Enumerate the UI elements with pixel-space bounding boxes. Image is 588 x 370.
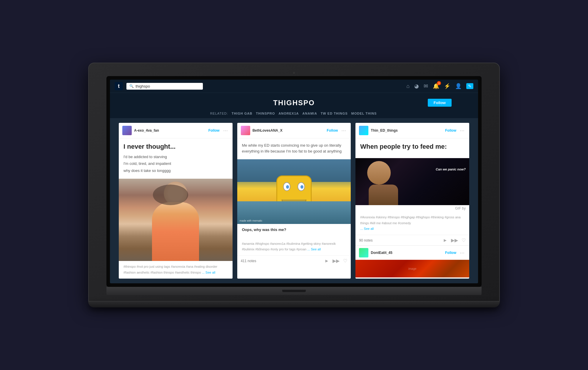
- post-body-1: I never thought... I'd be addicted to st…: [119, 138, 233, 179]
- action-icons-3: ► ▶▶ ♡: [443, 237, 466, 243]
- username-2[interactable]: BethLovesANA_X: [253, 128, 323, 133]
- like-icon-3[interactable]: ♡: [462, 237, 466, 243]
- laptop-body: t 🔍 thighspo ⌂ ◕ ✉ 🔔 3 ⚡: [88, 63, 500, 302]
- related-tag-thinspro[interactable]: THINSPRO: [256, 112, 275, 115]
- more-button-4[interactable]: ⋯: [459, 250, 466, 256]
- screen-bezel: t 🔍 thighspo ⌂ ◕ ✉ 🔔 3 ⚡: [106, 76, 482, 287]
- edit-icon[interactable]: ✎: [466, 83, 473, 89]
- post-tags-1: #thinspo #not pro just using tags #anore…: [119, 261, 233, 279]
- post-card-1: A-exo_4va_fan Follow ⋯ I never thought..…: [119, 123, 233, 279]
- follow-button-4[interactable]: Follow: [445, 251, 456, 255]
- post-card-2: BethLovesANA_X Follow ⋯ Me while my ED s…: [237, 123, 351, 279]
- post-line-2: I'm cold, tired, and impatient: [123, 161, 228, 167]
- screen: t 🔍 thighspo ⌂ ◕ ✉ 🔔 3 ⚡: [110, 80, 478, 283]
- related-tag-thigh-gab[interactable]: THIGH GAB: [232, 112, 253, 115]
- nav-icons: ⌂ ◕ ✉ 🔔 3 ⚡ 👤 ✎: [406, 83, 473, 89]
- laptop-notch: [282, 290, 306, 292]
- tag-title: THIGHSPO: [273, 99, 315, 107]
- post-subtitle-2: Oops, why was this me?: [237, 224, 351, 238]
- related-tag-anamia[interactable]: ANAMIA: [303, 112, 317, 115]
- post-card-4-preview: DontEatit_45 Follow ⋯ image: [355, 245, 469, 277]
- tag-header: THIGHSPO Follow RELATED: THIGH GAB THINS…: [110, 93, 478, 118]
- username-1[interactable]: A-exo_4va_fan: [134, 128, 204, 133]
- share-icon-3[interactable]: ►: [443, 238, 447, 243]
- notes-3: 90 notes: [359, 238, 439, 242]
- tumblr-logo[interactable]: t: [115, 82, 123, 90]
- post-header-1: A-exo_4va_fan Follow ⋯: [119, 123, 233, 138]
- follow-button-1[interactable]: Follow: [208, 128, 220, 133]
- post-caption-2: Me while my ED starts convincing me to g…: [242, 143, 346, 154]
- related-tag-anorex1a[interactable]: ANOREX1A: [278, 112, 299, 115]
- laptop-base: [106, 287, 482, 295]
- post-body-2: Me while my ED starts convincing me to g…: [237, 138, 351, 159]
- related-tags: RELATED: THIGH GAB THINSPRO ANOREX1A ANA…: [113, 112, 475, 115]
- image-placeholder-4: image: [408, 267, 416, 270]
- related-tag-model-thins[interactable]: MODEL THINS: [351, 112, 377, 115]
- post-image-3: Can we panic now?: [355, 158, 469, 205]
- post-tags-2: #anamia #thighspo #anorex1a #bulimina #g…: [237, 238, 351, 256]
- bell-icon[interactable]: 🔔 3: [433, 83, 439, 89]
- home-icon[interactable]: ⌂: [406, 83, 410, 89]
- action-icons-2: ► ▶▶ ♡: [325, 258, 348, 264]
- post-footer-2: 411 notes ► ▶▶ ♡: [237, 255, 351, 266]
- search-icon: 🔍: [129, 84, 134, 88]
- see-all-3[interactable]: ... See all: [360, 227, 374, 230]
- post-card-3: Thin_ED_things Follow ⋯ When people try …: [355, 123, 469, 279]
- notes-2: 411 notes: [241, 259, 321, 263]
- notification-badge: 3: [437, 81, 441, 85]
- post-line-1: I'd be addicted to starving: [123, 154, 228, 160]
- more-button-1[interactable]: ⋯: [222, 128, 229, 133]
- post-line-3: why does it take so longggg: [123, 168, 228, 174]
- follow-button-3[interactable]: Follow: [445, 128, 456, 133]
- mematic-watermark: made with mematic: [240, 219, 263, 222]
- navbar: t 🔍 thighspo ⌂ ◕ ✉ 🔔 3 ⚡: [110, 80, 478, 93]
- post-image-1: [119, 179, 233, 261]
- post-header-3: Thin_ED_things Follow ⋯: [355, 123, 469, 138]
- avatar-2: [241, 126, 250, 135]
- more-button-3[interactable]: ⋯: [459, 128, 466, 133]
- username-4[interactable]: DontEatit_45: [371, 251, 441, 255]
- post-sub-2: Oops, why was this me?: [242, 227, 346, 233]
- see-all-2[interactable]: ... See all: [307, 247, 321, 251]
- gif-label: GIF by: [355, 205, 469, 212]
- search-input[interactable]: thighspo: [136, 84, 200, 88]
- search-bar[interactable]: 🔍 thighspo: [126, 83, 203, 90]
- panic-text: Can we panic now?: [436, 167, 466, 172]
- compass-icon[interactable]: ◕: [414, 83, 419, 89]
- person-icon[interactable]: 👤: [455, 83, 462, 89]
- post-title-1: I never thought...: [123, 143, 228, 151]
- related-label: RELATED:: [210, 112, 228, 115]
- share-icon-2[interactable]: ►: [325, 258, 329, 264]
- avatar-3: [359, 126, 368, 135]
- laptop-stand: [88, 302, 500, 307]
- post-header-2: BethLovesANA_X Follow ⋯: [237, 123, 351, 138]
- post-header-4: DontEatit_45 Follow ⋯: [355, 246, 469, 260]
- avatar-1: [122, 126, 132, 135]
- more-button-2[interactable]: ⋯: [340, 128, 347, 133]
- related-tag-tw-ed-things[interactable]: TW ED THINGS: [321, 112, 348, 115]
- post-body-3: When people try to feed me:: [355, 138, 469, 158]
- lightning-icon[interactable]: ⚡: [444, 83, 450, 89]
- reblog-icon-3[interactable]: ▶▶: [451, 237, 458, 243]
- post-footer-3: 90 notes ► ▶▶ ♡: [355, 235, 469, 245]
- post-image-2: made with mematic: [237, 159, 351, 224]
- mail-icon[interactable]: ✉: [424, 83, 428, 89]
- like-icon-2[interactable]: ♡: [343, 258, 347, 264]
- content-area: A-exo_4va_fan Follow ⋯ I never thought..…: [110, 118, 478, 283]
- follow-main-button[interactable]: Follow: [428, 99, 452, 107]
- post-title-3: When people try to feed me:: [360, 143, 465, 151]
- follow-button-2[interactable]: Follow: [327, 128, 338, 133]
- avatar-4: [359, 248, 368, 257]
- camera-dot: [293, 72, 295, 74]
- username-3[interactable]: Thin_ED_things: [371, 128, 441, 133]
- see-all-1[interactable]: ... See all: [202, 271, 216, 274]
- tag-header-row: THIGHSPO Follow: [113, 99, 475, 110]
- laptop-wrapper: t 🔍 thighspo ⌂ ◕ ✉ 🔔 3 ⚡: [88, 63, 500, 307]
- reblog-icon-2[interactable]: ▶▶: [333, 258, 340, 264]
- post-tags-3: #Anorexia #skinny #thinspo #thighgap #th…: [355, 212, 469, 235]
